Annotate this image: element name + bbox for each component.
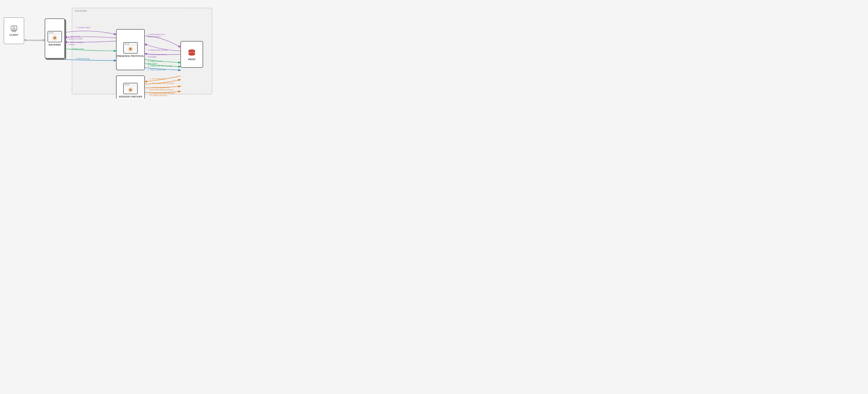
presence-rust-icon: R bbox=[128, 46, 133, 52]
publish-left-messages-label: 4. Publish user left messages for expire… bbox=[150, 92, 175, 96]
session-starts-label: 1. Session starts bbox=[76, 26, 90, 29]
backend-region-label: BACKEND bbox=[75, 10, 87, 12]
person-icon bbox=[10, 25, 18, 33]
svg-point-1 bbox=[13, 27, 15, 29]
redis-box: REDIS bbox=[181, 41, 203, 68]
presence-browser-frame: R bbox=[123, 42, 137, 54]
client-label: CLIENT bbox=[10, 34, 19, 36]
backend-browser-frame: R bbox=[48, 31, 62, 42]
session-dots bbox=[124, 83, 137, 86]
send-board-sessions-label: 4. Send board sessions to client bbox=[68, 35, 83, 40]
svg-point-15 bbox=[188, 53, 195, 56]
get-session-ids-label: 2. Get session IDs for board bbox=[150, 82, 174, 84]
session-browser-frame: R bbox=[123, 83, 137, 94]
backend-box-wrapper: R BACKEND bbox=[45, 19, 67, 62]
session-checker-box: R SESSION CHECKER bbox=[116, 75, 145, 98]
receive-ping-label: 1. Receive ping bbox=[76, 57, 89, 60]
backend-label: BACKEND bbox=[49, 43, 61, 46]
remove-session-ids-label: 3. Remove session IDs from board that ar… bbox=[150, 86, 173, 91]
rust-icon: R bbox=[52, 35, 58, 41]
client-box: CLIENT bbox=[4, 18, 24, 44]
svg-text:R: R bbox=[130, 89, 131, 91]
session-rust-icon: R bbox=[128, 87, 133, 93]
add-session-id-label: 2. Add session ID to board sessions bbox=[148, 33, 165, 38]
svg-text:R: R bbox=[54, 37, 56, 39]
presence-dots bbox=[124, 43, 137, 45]
presence-protocol-box: R PRESENCE PROTOCOL bbox=[116, 29, 145, 70]
send-messages-label: 5. Send messages to client bbox=[68, 41, 84, 46]
redis-icon bbox=[187, 48, 196, 57]
redis-label: REDIS bbox=[188, 58, 195, 61]
svg-text:R: R bbox=[130, 48, 131, 50]
scan-board-ids-label: 1. Scan board IDs bbox=[150, 78, 165, 80]
touch-session-key-label: 2. Touch session key bbox=[148, 68, 166, 71]
browser-dots bbox=[48, 31, 62, 34]
session-checker-label: SESSION CHECKER bbox=[119, 95, 142, 98]
backend-box: R BACKEND bbox=[45, 19, 65, 59]
architecture-diagram: BACKEND CLIENT wss://host/board/{board_i… bbox=[0, 0, 217, 98]
subscribe-presence-label: 5. Subscribe presence messages bbox=[148, 53, 167, 58]
publish-user-left-label: 3. Publish user left message bbox=[148, 65, 172, 67]
read-board-sessions-label: 3. Read board sessions bbox=[148, 49, 168, 51]
delete-session-label: 2. Delete session from board bbox=[148, 60, 163, 64]
session-ends-label: 1. Session ends bbox=[70, 48, 84, 50]
presence-protocol-label: PRESENCE PROTOCOL bbox=[117, 55, 144, 57]
